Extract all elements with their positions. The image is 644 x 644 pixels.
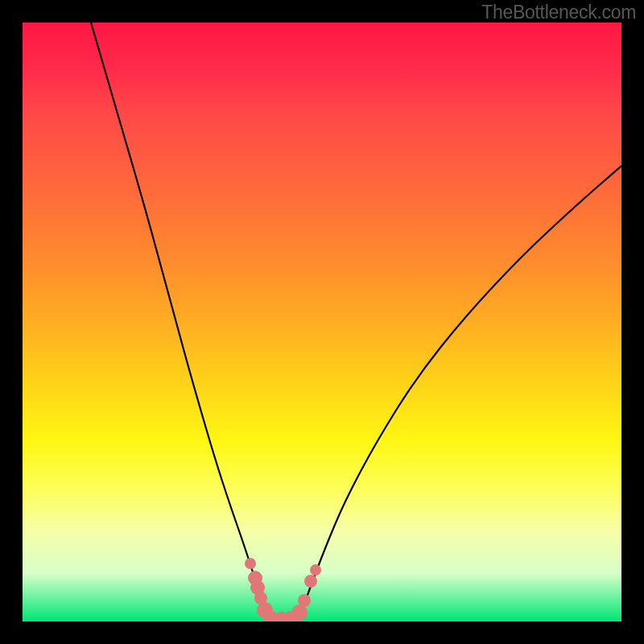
right-curve — [296, 166, 621, 621]
data-marker — [310, 564, 321, 576]
data-marker — [245, 558, 256, 569]
chart-frame: TheBottleneck.com — [0, 0, 644, 644]
watermark-text: TheBottleneck.com — [481, 2, 636, 23]
plot-area — [23, 23, 621, 621]
data-marker — [291, 605, 308, 621]
curve-svg — [23, 23, 621, 621]
data-marker — [298, 594, 311, 607]
data-marker — [304, 575, 317, 588]
left-curve — [91, 23, 269, 621]
